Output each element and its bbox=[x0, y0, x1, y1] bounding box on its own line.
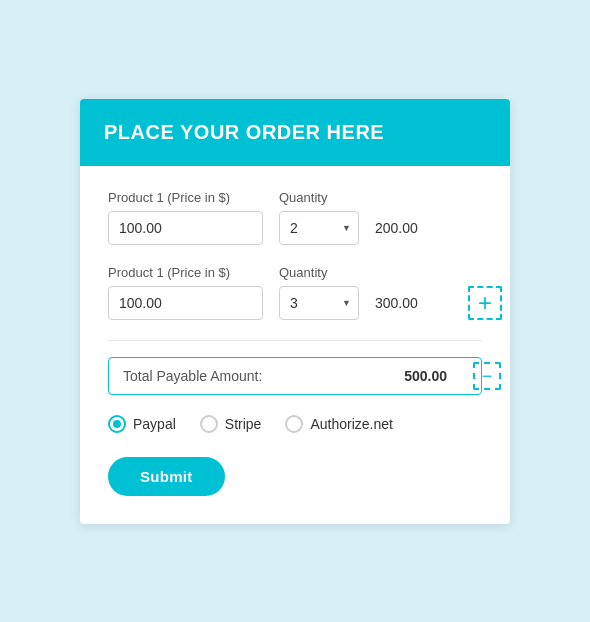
divider bbox=[108, 340, 482, 341]
form-title: PLACE YOUR ORDER HERE bbox=[104, 121, 486, 144]
product-2-qty-wrapper: 1 2 3 4 5 bbox=[279, 286, 359, 320]
payment-option-authorize[interactable]: Authorize.net bbox=[285, 415, 393, 433]
remove-product-button[interactable]: − bbox=[473, 362, 501, 390]
total-row: Total Payable Amount: 500.00 − bbox=[108, 357, 482, 395]
product-2-qty-label: Quantity bbox=[279, 265, 327, 280]
product-1-price-input[interactable] bbox=[108, 211, 263, 245]
card-header: PLACE YOUR ORDER HERE bbox=[80, 99, 510, 166]
payment-option-paypal[interactable]: Paypal bbox=[108, 415, 176, 433]
payment-options: Paypal Stripe Authorize.net bbox=[108, 415, 482, 433]
stripe-radio[interactable] bbox=[200, 415, 218, 433]
product-1-line-total: 200.00 bbox=[375, 220, 435, 236]
payment-option-stripe[interactable]: Stripe bbox=[200, 415, 262, 433]
authorize-label: Authorize.net bbox=[310, 416, 393, 432]
product-2-line-total: 300.00 bbox=[375, 295, 435, 311]
product-1-qty-label: Quantity bbox=[279, 190, 327, 205]
product-row-2-labels: Product 1 (Price in $) Quantity bbox=[108, 265, 482, 280]
product-row-1-inputs: 1 2 3 4 5 200.00 bbox=[108, 211, 482, 245]
submit-button[interactable]: Submit bbox=[108, 457, 225, 496]
order-form-card: PLACE YOUR ORDER HERE Product 1 (Price i… bbox=[80, 99, 510, 524]
product-2-price-label: Product 1 (Price in $) bbox=[108, 265, 263, 280]
product-1-qty-select[interactable]: 1 2 3 4 5 bbox=[279, 211, 359, 245]
card-body: Product 1 (Price in $) Quantity 1 2 3 4 … bbox=[80, 166, 510, 524]
total-amount: 500.00 bbox=[404, 368, 447, 384]
product-1-qty-wrapper: 1 2 3 4 5 bbox=[279, 211, 359, 245]
product-row-2-inputs: 1 2 3 4 5 300.00 bbox=[108, 286, 482, 320]
product-2-price-input[interactable] bbox=[108, 286, 263, 320]
authorize-radio[interactable] bbox=[285, 415, 303, 433]
product-1-price-label: Product 1 (Price in $) bbox=[108, 190, 263, 205]
paypal-radio[interactable] bbox=[108, 415, 126, 433]
add-product-button[interactable]: + bbox=[468, 286, 502, 320]
total-label: Total Payable Amount: bbox=[123, 368, 404, 384]
product-row-1: Product 1 (Price in $) Quantity 1 2 3 4 … bbox=[108, 190, 482, 245]
product-2-qty-select[interactable]: 1 2 3 4 5 bbox=[279, 286, 359, 320]
paypal-label: Paypal bbox=[133, 416, 176, 432]
stripe-label: Stripe bbox=[225, 416, 262, 432]
product-row-1-labels: Product 1 (Price in $) Quantity bbox=[108, 190, 482, 205]
product-row-2: Product 1 (Price in $) Quantity 1 2 3 4 … bbox=[108, 265, 482, 320]
